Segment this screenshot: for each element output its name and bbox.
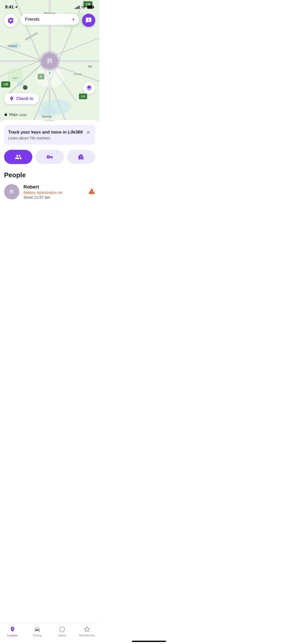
people-action-button[interactable]	[4, 150, 32, 164]
avatar-outer-ring: R	[39, 51, 60, 71]
svg-text:Sherisa: Sherisa	[42, 115, 52, 118]
apple-maps-branding: Maps Legal	[4, 112, 26, 116]
signal-bars-icon	[75, 5, 79, 9]
avatar-location-pin	[48, 72, 51, 74]
person-warning-icon	[88, 188, 95, 196]
warning-triangle-icon	[88, 188, 95, 195]
apple-maps-text: Maps	[9, 112, 18, 116]
person-since-time: Since 11:57 am	[23, 195, 62, 199]
map-layers-button[interactable]	[83, 82, 95, 94]
map-user-avatar[interactable]: R	[39, 51, 60, 74]
svg-text:Adr: Adr	[88, 65, 92, 68]
battery-icon	[87, 5, 94, 9]
map-area[interactable]: ISAND ROAD SH-133 SH-4 41 133 138 138 Pa…	[0, 0, 99, 122]
checkin-button[interactable]: Check in	[4, 93, 38, 104]
svg-text:138: 138	[3, 83, 8, 86]
person-name: Robert	[23, 184, 62, 190]
status-icons	[75, 5, 94, 9]
tile-banner-content: Track your keys and more in Life360 Lear…	[8, 130, 83, 140]
people-section-title: People	[4, 171, 95, 179]
people-icon	[15, 153, 22, 160]
person-avatar: R	[4, 184, 19, 199]
avatar-initial: R	[47, 57, 52, 65]
tile-banner-subtitle: Learn about Tile trackers	[8, 136, 83, 140]
layers-icon	[86, 85, 92, 91]
svg-rect-17	[8, 69, 23, 81]
avatar-circle: R	[42, 53, 58, 69]
svg-rect-2	[93, 6, 94, 8]
svg-text:133: 133	[81, 95, 85, 98]
legal-link[interactable]: Legal	[19, 113, 26, 116]
svg-rect-1	[88, 6, 93, 8]
svg-text:SH-4: SH-4	[13, 77, 18, 79]
status-bar: 9:41	[0, 0, 99, 11]
drag-handle[interactable]	[45, 120, 55, 121]
building-icon	[78, 154, 84, 160]
person-info: Robert Battery optimization on Since 11:…	[23, 184, 62, 199]
bottom-sheet: Track your keys and more in Life360 Lear…	[0, 120, 99, 227]
tile-action-button[interactable]	[35, 150, 64, 164]
svg-text:hhatral: hhatral	[8, 44, 17, 48]
action-buttons-row	[0, 150, 99, 164]
group-selector[interactable]: Friends ▾	[20, 14, 79, 25]
gear-icon	[7, 17, 14, 24]
chevron-down-icon: ▾	[72, 17, 74, 22]
wifi-icon	[81, 5, 86, 9]
svg-point-15	[17, 81, 24, 86]
places-action-button[interactable]	[67, 150, 95, 164]
tile-banner-close-button[interactable]: ✕	[85, 130, 91, 135]
messages-icon	[85, 17, 92, 24]
person-list-item[interactable]: R Robert Battery optimization on Since 1…	[4, 184, 95, 204]
apple-icon	[4, 113, 8, 116]
person-avatar-initial: R	[10, 188, 14, 195]
settings-button[interactable]	[4, 14, 17, 27]
location-arrow-icon	[15, 6, 18, 9]
key-icon	[46, 154, 53, 160]
checkin-label: Check in	[16, 96, 33, 101]
tile-tracker-banner: Track your keys and more in Life360 Lear…	[4, 125, 95, 145]
people-section: People R Robert Battery optimization on …	[0, 171, 99, 204]
messages-button[interactable]	[82, 14, 95, 27]
svg-text:SH-133: SH-133	[74, 73, 82, 76]
person-battery-status: Battery optimization on	[23, 190, 62, 195]
tile-banner-title: Track your keys and more in Life360	[8, 130, 83, 135]
group-name: Friends	[25, 17, 39, 22]
status-time: 9:41	[5, 5, 14, 10]
checkin-pin-icon	[9, 96, 14, 101]
other-user-dot	[23, 85, 28, 90]
